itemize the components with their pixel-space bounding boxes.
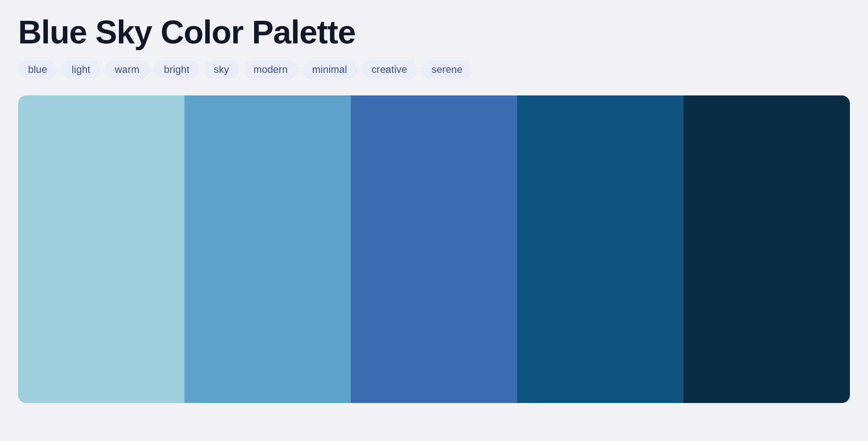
tag-minimal: minimal [302, 60, 357, 79]
tag-light: light [61, 60, 100, 79]
swatch-medium-sky-blue[interactable] [184, 95, 351, 403]
page-title: Blue Sky Color Palette [18, 14, 850, 50]
tag-modern: modern [244, 60, 298, 79]
tag-creative: creative [362, 60, 417, 79]
tag-serene: serene [422, 60, 473, 79]
swatch-light-sky-blue[interactable] [18, 95, 184, 403]
tag-blue: blue [18, 60, 57, 79]
tag-warm: warm [105, 60, 150, 79]
swatch-deep-navy[interactable] [684, 95, 850, 403]
tag-bright: bright [154, 60, 199, 79]
swatch-royal-blue[interactable] [351, 95, 517, 403]
color-palette [18, 95, 850, 403]
swatch-dark-teal-blue[interactable] [517, 95, 684, 403]
tag-sky: sky [204, 60, 239, 79]
tags-container: bluelightwarmbrightskymodernminimalcreat… [18, 60, 850, 79]
